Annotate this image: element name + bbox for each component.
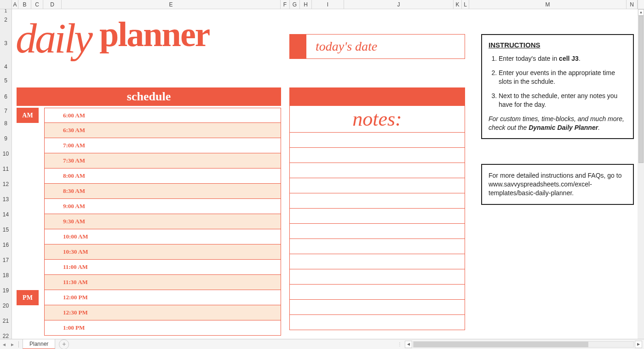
am-label: AM bbox=[17, 108, 39, 123]
schedule-row[interactable]: 12:00 PM bbox=[44, 290, 281, 305]
row-header[interactable]: 2 bbox=[0, 13, 12, 27]
row-header[interactable]: 8 bbox=[0, 116, 12, 131]
notes-line[interactable] bbox=[289, 133, 465, 148]
notes-header-bar bbox=[289, 87, 465, 106]
schedule-row[interactable]: 11:00 AM bbox=[44, 260, 281, 275]
sheet-tab-planner[interactable]: Planner bbox=[23, 339, 55, 349]
row-header[interactable]: 21 bbox=[0, 314, 12, 329]
row-header[interactable]: 14 bbox=[0, 207, 12, 222]
row-header[interactable]: 22 bbox=[0, 329, 12, 339]
row-header[interactable]: 18 bbox=[0, 268, 12, 283]
row-header[interactable]: 12 bbox=[0, 177, 12, 192]
col-header[interactable]: N bbox=[627, 0, 638, 9]
col-header[interactable]: E bbox=[62, 0, 281, 9]
row-header[interactable]: 20 bbox=[0, 298, 12, 314]
schedule-row[interactable]: 6:30 AM bbox=[44, 123, 281, 138]
schedule-row[interactable]: 8:30 AM bbox=[44, 184, 281, 199]
vscroll-up-button[interactable]: ▲ bbox=[638, 9, 644, 16]
schedule-row[interactable]: 9:00 AM bbox=[44, 199, 281, 214]
col-header[interactable]: A bbox=[12, 0, 18, 9]
vscroll-track[interactable]: ▲ bbox=[638, 9, 644, 339]
notes-line[interactable] bbox=[289, 300, 465, 315]
schedule-row[interactable]: 7:00 AM bbox=[44, 138, 281, 153]
col-header[interactable]: L bbox=[462, 0, 469, 9]
notes-line[interactable] bbox=[289, 269, 465, 285]
row-header[interactable]: 3 bbox=[0, 27, 12, 60]
row-header-column: 1 2 3 4 5 6 7 8 9 10 11 12 13 14 15 16 1… bbox=[0, 9, 12, 339]
row-header[interactable]: 19 bbox=[0, 283, 12, 298]
tab-nav-next[interactable]: ▸ bbox=[8, 341, 17, 348]
col-header[interactable]: C bbox=[31, 0, 43, 9]
notes-line[interactable] bbox=[289, 148, 465, 163]
notes-line[interactable] bbox=[289, 193, 465, 209]
select-all-corner[interactable] bbox=[0, 0, 12, 9]
notes-line[interactable] bbox=[289, 239, 465, 254]
pm-label: PM bbox=[17, 290, 39, 305]
add-sheet-button[interactable]: + bbox=[59, 339, 69, 349]
row-header[interactable]: 11 bbox=[0, 162, 12, 177]
col-header[interactable]: B bbox=[18, 0, 31, 9]
schedule-row[interactable]: 10:00 AM bbox=[44, 229, 281, 244]
col-header[interactable]: H bbox=[300, 0, 312, 9]
instr-text: . bbox=[579, 55, 581, 62]
sheet-content[interactable]: daily planner today's date schedule AM P… bbox=[12, 9, 638, 339]
row-header[interactable]: 13 bbox=[0, 192, 12, 207]
notes-line[interactable] bbox=[289, 163, 465, 178]
col-header[interactable]: G bbox=[290, 0, 300, 9]
row-header[interactable]: 17 bbox=[0, 253, 12, 268]
instr-footer-bold: Dynamic Daily Planner bbox=[529, 124, 598, 131]
planner-title: daily planner bbox=[16, 9, 209, 64]
instr-text: Enter your events in the appropriate tim… bbox=[499, 69, 615, 85]
notes-line[interactable] bbox=[289, 178, 465, 193]
instructions-heading: INSTRUCTIONS bbox=[489, 41, 627, 50]
notes-line[interactable] bbox=[289, 315, 465, 330]
instructions-box: INSTRUCTIONS Enter today's date in cell … bbox=[481, 34, 634, 139]
col-header[interactable]: D bbox=[43, 0, 62, 9]
title-word-planner: planner bbox=[99, 14, 209, 54]
tab-nav-prev[interactable]: ◂ bbox=[0, 341, 8, 348]
notes-line[interactable] bbox=[289, 209, 465, 224]
col-header[interactable]: M bbox=[469, 0, 627, 9]
row-header[interactable]: 15 bbox=[0, 222, 12, 238]
schedule-row[interactable]: 6:00 AM bbox=[44, 108, 281, 123]
hscroll-right-button[interactable]: ▶ bbox=[635, 341, 642, 348]
hscroll-thumb[interactable] bbox=[414, 342, 588, 347]
instr2-text: For more detailed instructions and FAQs,… bbox=[489, 172, 621, 197]
row-header[interactable]: 10 bbox=[0, 146, 12, 162]
notes-line[interactable] bbox=[289, 254, 465, 269]
schedule-row[interactable]: 12:30 PM bbox=[44, 305, 281, 320]
row-header[interactable]: 7 bbox=[0, 106, 12, 116]
horizontal-scrollbar[interactable]: ⋮ ◀ ▶ bbox=[69, 341, 644, 348]
todays-date-box[interactable]: today's date bbox=[289, 34, 465, 59]
schedule-row[interactable]: 8:00 AM bbox=[44, 169, 281, 184]
schedule-row[interactable]: 11:30 AM bbox=[44, 275, 281, 290]
col-header[interactable]: J bbox=[344, 0, 454, 9]
notes-line[interactable] bbox=[289, 224, 465, 239]
notes-title: notes: bbox=[289, 106, 465, 133]
schedule-ampm-column: AM PM bbox=[17, 108, 39, 305]
col-header[interactable]: F bbox=[281, 0, 290, 9]
vertical-scrollbar[interactable]: ▲ bbox=[638, 9, 644, 339]
row-header[interactable]: 1 bbox=[0, 9, 12, 13]
vscroll-thumb[interactable] bbox=[638, 16, 644, 163]
col-header[interactable]: K bbox=[454, 0, 462, 9]
excel-window: A B C D E F G H I J K L M N 1 2 3 4 5 6 … bbox=[0, 0, 644, 349]
hscroll-grip-icon[interactable]: ⋮ bbox=[397, 342, 403, 347]
hscroll-left-button[interactable]: ◀ bbox=[405, 341, 412, 348]
schedule-row[interactable]: 9:30 AM bbox=[44, 214, 281, 229]
row-header[interactable]: 6 bbox=[0, 87, 12, 106]
row-header[interactable]: 16 bbox=[0, 238, 12, 253]
row-header[interactable]: 4 bbox=[0, 60, 12, 74]
notes-line[interactable] bbox=[289, 285, 465, 300]
col-header[interactable]: I bbox=[312, 0, 344, 9]
instr-text: Enter today's date in bbox=[499, 55, 559, 62]
hscroll-track[interactable] bbox=[413, 341, 634, 348]
row-header[interactable]: 9 bbox=[0, 131, 12, 146]
schedule-row[interactable]: 1:00 PM bbox=[44, 320, 281, 336]
row-header[interactable]: 5 bbox=[0, 74, 12, 87]
instr-text: Next to the schedule, enter any notes yo… bbox=[499, 92, 617, 108]
schedule-row[interactable]: 7:30 AM bbox=[44, 153, 281, 169]
schedule-row[interactable]: 10:30 AM bbox=[44, 244, 281, 260]
title-word-daily: daily bbox=[16, 14, 91, 63]
instructions-box-2: For more detailed instructions and FAQs,… bbox=[481, 164, 634, 205]
